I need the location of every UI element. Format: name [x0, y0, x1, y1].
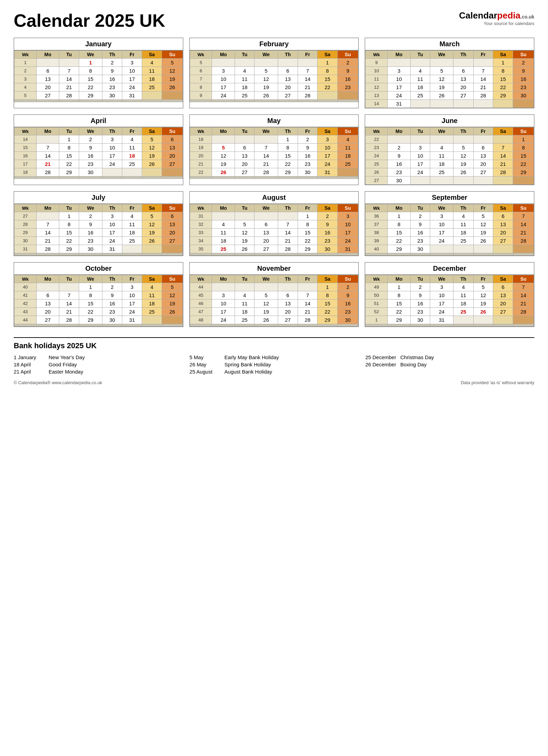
day-cell [337, 100, 358, 102]
month-table: WkMoTuWeThFrSaSu311233245678910331112131… [190, 204, 359, 256]
day-cell [162, 245, 183, 253]
day-cell: 27 [162, 237, 183, 245]
day-cell: 30 [388, 176, 411, 185]
day-cell: 1 [79, 283, 102, 291]
day-cell: 25 [453, 308, 473, 316]
day-cell [473, 135, 493, 144]
day-cell: 14 [278, 229, 298, 237]
month-table: WkMoTuWeThFrSaSu271234562878910111213291… [14, 204, 183, 256]
day-cell [337, 168, 358, 176]
day-cell: 6 [235, 144, 254, 152]
day-cell: 10 [410, 152, 430, 160]
day-cell: 29 [79, 316, 102, 324]
week-number: 12 [365, 83, 388, 92]
day-cell: 2 [317, 212, 337, 220]
week-number: 45 [190, 291, 212, 300]
week-row: 1614151617181920 [14, 152, 183, 160]
day-cell: 19 [142, 229, 162, 237]
day-cell: 19 [473, 229, 493, 237]
week-number: 1 [14, 59, 37, 67]
week-number: 29 [14, 229, 37, 237]
day-cell [59, 59, 79, 67]
day-cell: 2 [298, 135, 317, 144]
month-title: July [14, 192, 183, 204]
day-cell: 16 [102, 75, 122, 83]
week-number [190, 253, 212, 256]
day-cell [513, 324, 534, 327]
day-cell: 4 [122, 212, 142, 220]
col-header-th: Th [453, 275, 473, 283]
day-cell: 21 [36, 160, 59, 168]
col-header-we: We [254, 275, 278, 283]
day-cell [317, 100, 337, 102]
day-cell [278, 324, 298, 327]
day-cell: 23 [298, 160, 317, 168]
week-number: 9 [190, 92, 212, 100]
week-row: 2119202122232425 [190, 160, 358, 168]
month-title: December [365, 263, 534, 275]
week-number [190, 176, 212, 179]
day-cell: 15 [79, 75, 102, 83]
day-cell: 20 [493, 229, 513, 237]
week-row: 18282930 [14, 168, 183, 176]
week-number [190, 324, 212, 327]
col-header-mo: Mo [36, 127, 59, 135]
day-cell [298, 59, 317, 67]
day-cell [317, 176, 337, 179]
month-block-september: SeptemberWkMoTuWeThFrSaSu361234567378910… [365, 191, 534, 256]
day-cell [388, 59, 411, 67]
day-cell [142, 253, 162, 256]
day-cell [36, 212, 59, 220]
day-cell: 29 [388, 316, 411, 324]
bh-row: 21 AprilEaster Monday [14, 368, 183, 375]
col-header-su: Su [337, 275, 358, 283]
col-header-sa: Sa [142, 51, 162, 59]
week-number: 52 [365, 308, 388, 316]
day-cell: 21 [493, 160, 513, 168]
day-cell: 22 [278, 160, 298, 168]
day-cell: 31 [122, 316, 142, 324]
day-cell: 18 [235, 83, 254, 92]
day-cell: 30 [298, 168, 317, 176]
week-number: 18 [14, 168, 37, 176]
day-cell: 25 [142, 308, 162, 316]
week-number: 2 [14, 67, 37, 75]
day-cell: 25 [235, 92, 254, 100]
day-cell [513, 316, 534, 324]
week-number: 36 [365, 212, 388, 220]
day-cell: 3 [212, 67, 235, 75]
week-row: 52728293031 [14, 92, 183, 100]
day-cell [212, 176, 235, 179]
col-header-tu: Tu [410, 275, 430, 283]
day-cell [473, 100, 493, 108]
week-row: 2914151617181920 [14, 229, 183, 237]
day-cell: 13 [254, 229, 278, 237]
col-header-fr: Fr [473, 51, 493, 59]
col-header-fr: Fr [298, 127, 317, 135]
day-cell: 6 [162, 212, 183, 220]
day-cell [493, 316, 513, 324]
day-cell [493, 176, 513, 185]
day-cell: 20 [473, 160, 493, 168]
day-cell: 23 [317, 237, 337, 245]
day-cell [235, 59, 254, 67]
day-cell: 5 [235, 220, 254, 229]
bh-column: 5 MayEarly May Bank Holiday26 MaySpring … [189, 354, 358, 375]
week-number: 10 [365, 67, 388, 75]
day-cell: 12 [142, 144, 162, 152]
month-block-april: AprilWkMoTuWeThFrSaSu1412345615789101112… [14, 114, 183, 185]
day-cell [235, 100, 254, 102]
day-cell [122, 253, 142, 256]
day-cell: 24 [122, 83, 142, 92]
week-row: 313141516171819 [14, 75, 183, 83]
month-title: August [190, 192, 359, 204]
day-cell: 8 [298, 220, 317, 229]
week-number: 13 [365, 92, 388, 100]
day-cell: 3 [102, 135, 122, 144]
day-cell [278, 212, 298, 220]
week-number: 1 [365, 316, 388, 324]
day-cell: 21 [278, 237, 298, 245]
day-cell [142, 92, 162, 100]
day-cell: 26 [162, 308, 183, 316]
day-cell: 28 [513, 308, 534, 316]
